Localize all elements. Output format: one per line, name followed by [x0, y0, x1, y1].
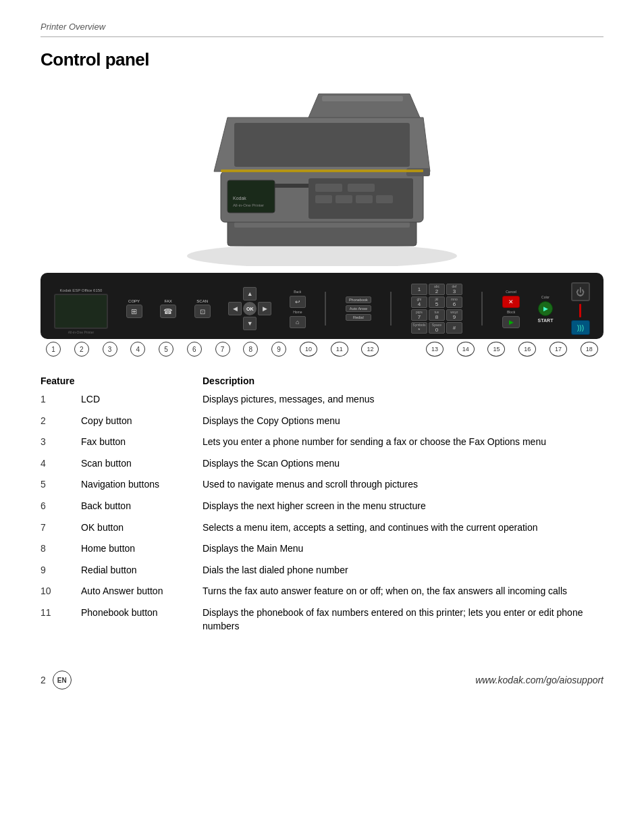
label-17: 17 — [549, 342, 567, 357]
feature-name: Copy button — [81, 411, 203, 432]
feature-desc: Displays the Main Menu — [203, 538, 603, 560]
feature-name: LCD — [81, 393, 203, 411]
scan-button[interactable]: ⊡ — [194, 305, 211, 318]
feature-num: 1 — [41, 393, 81, 411]
nav-down[interactable]: ▼ — [243, 317, 257, 330]
label-16: 16 — [518, 342, 536, 357]
label-8: 8 — [243, 342, 258, 357]
label-10: 10 — [300, 342, 317, 357]
key-hash[interactable]: # — [446, 322, 462, 334]
col-feature: Feature — [41, 375, 81, 393]
feature-num: 9 — [41, 560, 81, 581]
lcd-section: Kodak ESP Office 6150 All-in-One Printer — [54, 288, 108, 329]
fax-section: FAX ☎ — [160, 299, 176, 318]
cancel-button[interactable]: ✕ — [502, 296, 520, 308]
divider-2 — [390, 292, 392, 325]
feature-row: 11 Phonebook button Displays the phonebo… — [41, 602, 603, 637]
feature-name: Phonebook button — [81, 602, 203, 637]
right-controls: Cancel ✕ Block ▶ — [502, 290, 520, 328]
svg-rect-18 — [221, 170, 423, 172]
header-section: Printer Overview — [41, 20, 603, 37]
lcd-screen: All-in-One Printer — [54, 294, 108, 329]
key-9[interactable]: wxyz 9 — [446, 309, 462, 321]
home-button[interactable]: ⌂ — [290, 316, 306, 328]
key-8[interactable]: tuv 8 — [429, 309, 445, 321]
key-6[interactable]: mno 6 — [446, 296, 462, 308]
label-13: 13 — [426, 342, 444, 357]
feature-num: 5 — [41, 474, 81, 496]
label-3: 3 — [103, 342, 117, 357]
feature-row: 2 Copy button Displays the Copy Options … — [41, 411, 603, 432]
home-label: Home — [290, 310, 306, 314]
feature-row: 5 Navigation buttons Used to navigate me… — [41, 474, 603, 496]
feature-name: Navigation buttons — [81, 474, 203, 496]
nav-left[interactable]: ◀ — [228, 302, 242, 315]
color-button[interactable]: ▶ — [538, 301, 553, 316]
nav-right[interactable]: ▶ — [258, 302, 271, 315]
divider-1 — [325, 292, 326, 325]
nav-up[interactable]: ▲ — [243, 287, 257, 301]
feature-desc: Displays the Scan Options menu — [203, 453, 603, 475]
cancel-label: Cancel — [506, 290, 516, 294]
svg-rect-6 — [315, 184, 342, 192]
redial-button[interactable]: Redial — [346, 314, 371, 321]
block-button[interactable]: ▶ — [502, 316, 520, 328]
svg-rect-15 — [322, 96, 403, 101]
label-9: 9 — [271, 342, 286, 357]
label-5: 5 — [159, 342, 173, 357]
feature-row: 8 Home button Displays the Main Menu — [41, 538, 603, 560]
key-3[interactable]: def 3 — [446, 284, 462, 295]
col-name — [81, 375, 203, 393]
phonebook-button[interactable]: Phonebook — [346, 296, 371, 303]
wifi-button[interactable]: ))) — [571, 320, 590, 335]
ok-button[interactable]: OK — [243, 302, 257, 315]
key-7[interactable]: pqrs 7 — [411, 309, 427, 321]
label-1: 1 — [46, 342, 61, 357]
feature-desc: Turns the fax auto answer feature on or … — [203, 581, 603, 602]
feature-table: Feature Description 1 LCD Displays pictu… — [41, 375, 603, 637]
feature-desc: Displays the Copy Options menu — [203, 411, 603, 432]
back-button[interactable]: ↩ — [290, 296, 306, 308]
key-0[interactable]: Space 0 — [429, 322, 445, 334]
nav-section: ▲ ◀ OK ▶ ▼ — [228, 287, 271, 330]
auto-answer-button[interactable]: Auto Answ — [346, 305, 371, 312]
svg-rect-11 — [376, 195, 393, 203]
feature-desc: Used to navigate menus and scroll throug… — [203, 474, 603, 496]
feature-num: 11 — [41, 602, 81, 637]
function-buttons-section: Phonebook Auto Answ Redial — [346, 296, 371, 321]
feature-name: Redial button — [81, 560, 203, 581]
kodak-label: Kodak ESP Office 6150 — [60, 288, 103, 292]
copy-button[interactable]: ⊞ — [126, 305, 142, 318]
footer-left: 2 EN — [41, 671, 72, 689]
feature-row: 9 Redial button Dials the last dialed ph… — [41, 560, 603, 581]
label-11: 11 — [331, 342, 348, 357]
breadcrumb: Printer Overview — [41, 22, 105, 32]
feature-name: Fax button — [81, 432, 203, 453]
page-number: 2 — [41, 675, 46, 685]
power-button[interactable]: ⏻ — [571, 282, 590, 301]
key-4[interactable]: ghi 4 — [411, 296, 427, 308]
svg-text:All-in-One Printer: All-in-One Printer — [233, 203, 264, 207]
scan-section: SCAN ⊡ — [194, 299, 211, 318]
label-18: 18 — [581, 342, 598, 357]
number-labels: 1 2 3 4 5 6 7 8 9 10 11 12 13 14 15 16 1… — [41, 342, 603, 357]
label-2: 2 — [74, 342, 89, 357]
feature-row: 1 LCD Displays pictures, messages, and m… — [41, 393, 603, 411]
feature-num: 8 — [41, 538, 81, 560]
key-star[interactable]: Symbols * — [411, 322, 427, 334]
key-5[interactable]: jkl 5 — [429, 296, 445, 308]
svg-rect-10 — [356, 195, 373, 203]
key-1[interactable]: 1 — [411, 284, 427, 295]
page: Printer Overview Control panel — [0, 0, 644, 834]
feature-row: 6 Back button Displays the next higher s… — [41, 496, 603, 517]
label-15: 15 — [487, 342, 505, 357]
printer-illustration: Kodak All-in-One Printer — [41, 84, 603, 266]
feature-num: 6 — [41, 496, 81, 517]
feature-desc: Lets you enter a phone number for sendin… — [203, 432, 603, 453]
divider-3 — [481, 292, 483, 325]
fax-button[interactable]: ☎ — [160, 305, 176, 318]
feature-name: Home button — [81, 538, 203, 560]
key-2[interactable]: abc 2 — [429, 284, 445, 295]
footer-url: www.kodak.com/go/aiosupport — [475, 675, 603, 685]
page-title: Control panel — [41, 49, 603, 70]
